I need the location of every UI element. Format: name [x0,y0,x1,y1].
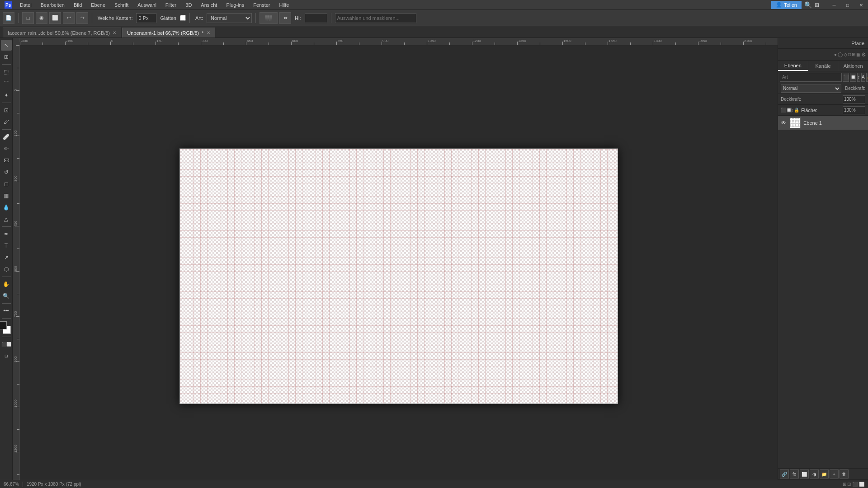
layer-fx-btn[interactable]: fx [790,469,799,479]
hand-tool[interactable]: ✋ [1,279,12,290]
history-brush-tool[interactable]: ↺ [1,167,12,178]
canvas-scroll[interactable] [20,45,778,480]
move-tool[interactable]: ↖ [1,40,12,51]
layer-adjust-btn[interactable]: ◑ [810,469,819,479]
layer-search-input[interactable] [780,73,842,82]
arrange-icon[interactable]: ⊞ [815,2,819,8]
app-icon[interactable]: Ps [4,0,13,9]
healing-tool[interactable]: 🩹 [1,131,12,142]
menu-item-ansicht[interactable]: Ansicht [197,1,221,9]
blend-mode-select[interactable]: Normal Multiplizieren Bildschirm [207,13,252,23]
tool-separator-6 [2,303,11,304]
minimize-button[interactable]: ─ [827,0,841,10]
panel-gear-icon[interactable]: ⚙ [861,52,866,58]
tab-2[interactable]: Unbenannt-1 bei 66,7% (RGB/8) * ✕ [122,28,215,38]
eyedropper-tool[interactable]: 🖊 [1,117,12,127]
layer-mask-btn[interactable]: ⬜ [800,469,809,479]
toolbar-btn-5[interactable]: ↪ [76,12,88,24]
flache-input[interactable] [843,106,865,114]
canvas[interactable] [179,149,618,404]
quick-mask-tool[interactable]: ⬛⬜ [1,339,12,350]
marquee-tool[interactable]: ⬚ [1,66,12,77]
eraser-tool[interactable]: ◻ [1,178,12,189]
mask-search-input[interactable] [335,13,416,23]
foreground-color[interactable] [0,321,7,329]
panel-filter-btn-4[interactable]: A [861,73,865,82]
tab-2-close[interactable]: ✕ [207,30,210,35]
clone-tool[interactable]: 🖂 [1,155,12,166]
gradient-tool[interactable]: ▥ [1,190,12,201]
fill-row: ⬛🔲↕🔒 Fläche: [778,105,868,116]
menu-item-bearbeiten[interactable]: Bearbeiten [37,1,68,9]
tab-1[interactable]: facecam rain...dc bei 50,8% (Ebene 7, RG… [3,28,121,38]
lasso-tool[interactable]: ⌒ [1,78,12,89]
menu-item-auswahl[interactable]: Auswahl [134,1,160,9]
menu-item-bild[interactable]: Bild [70,1,85,9]
layer-mode-row: Normal Deckkraft: [778,83,868,94]
share-button[interactable]: 👤 Teilen [771,1,802,9]
tab-aktionen[interactable]: Aktionen [838,61,868,71]
tool-separator-3 [2,129,11,130]
menu-item-hilfe[interactable]: Hilfe [275,1,292,9]
path-select-tool[interactable]: ↗ [1,252,12,263]
new-button[interactable]: 📄 [3,12,14,24]
search-icon[interactable]: 🔍 [804,1,812,9]
layer-mode-select[interactable]: Normal [781,84,841,93]
artboard-tool[interactable]: ⊞ [1,52,12,62]
text-tool[interactable]: T [1,240,12,251]
right-panel: Pfade ● ◯ ◇ □ ⊞ ▦ ⚙ Ebenen Kanäle Aktion… [778,38,868,480]
vertical-ruler [13,45,20,480]
art-label: Art: [195,15,203,21]
magic-wand-tool[interactable]: ✦ [1,90,12,101]
toolbar-separator-5 [331,13,331,23]
crop-tool[interactable]: ⊡ [1,105,12,116]
toolbar-value-btn[interactable]: ░░ [259,12,278,24]
tab-2-modified: * [202,30,203,36]
ruler-corner [13,38,20,45]
menu-item-filter[interactable]: Filter [162,1,180,9]
menu-item-datei[interactable]: Datei [16,1,35,9]
layer-delete-btn[interactable]: 🗑 [840,469,849,479]
panel-filter-btn-2[interactable]: 🔲 [850,73,856,82]
tab-1-close[interactable]: ✕ [113,30,116,35]
tab-ebenen[interactable]: Ebenen [778,61,808,71]
panel-filter-btn-1[interactable]: ⬛ [843,73,849,82]
close-button[interactable]: ✕ [854,0,868,10]
menu-item-plugins[interactable]: Plug-ins [222,1,248,9]
menu-item-schrift[interactable]: Schrift [111,1,132,9]
tool-separator-7 [2,318,11,319]
shape-tool[interactable]: ⬡ [1,264,12,275]
layer-visibility-icon[interactable]: 👁 [780,119,787,127]
toolbar-arrow-btn[interactable]: ⇔ [279,12,291,24]
screen-mode-tool[interactable]: ⊡ [1,351,12,361]
hi-input[interactable] [305,13,327,23]
layer-group-btn[interactable]: 📁 [820,469,829,479]
maximize-button[interactable]: □ [841,0,854,10]
panel-filter-btn-5[interactable]: 🔒 [866,73,868,82]
document-tabs: facecam rain...dc bei 50,8% (Ebene 7, RG… [0,26,868,38]
more-tools[interactable]: ••• [1,305,12,316]
layer-new-btn[interactable]: + [830,469,839,479]
deckkraft-input[interactable] [843,95,865,103]
pen-tool[interactable]: ✒ [1,229,12,239]
toolbar-btn-3[interactable]: ⬜ [49,12,61,24]
zoom-tool[interactable]: 🔍 [1,291,12,301]
menu-item-3d[interactable]: 3D [182,1,195,9]
glitter-checkbox[interactable] [180,15,186,21]
menu-item-fenster[interactable]: Fenster [250,1,274,9]
panel-filter-btn-3[interactable]: ↕ [857,73,860,82]
toolbar-btn-1[interactable]: □ [22,12,34,24]
blur-tool[interactable]: 💧 [1,202,12,213]
layer-link-btn[interactable]: 🔗 [780,469,789,479]
toolbar-btn-4[interactable]: ↩ [63,12,75,24]
weiche-kanten-input[interactable] [136,13,156,23]
status-separator-1 [23,482,23,487]
canvas-row [13,45,778,480]
panel-circle-icon-2: ◯ [838,52,843,57]
brush-tool[interactable]: ✏ [1,143,12,154]
toolbar-btn-2[interactable]: ◉ [36,12,47,24]
menu-item-ebene[interactable]: Ebene [87,1,109,9]
dodge-tool[interactable]: △ [1,214,12,225]
layer-item-ebene1[interactable]: 👁 Ebene 1 [778,116,868,130]
tab-kanale[interactable]: Kanäle [808,61,839,71]
